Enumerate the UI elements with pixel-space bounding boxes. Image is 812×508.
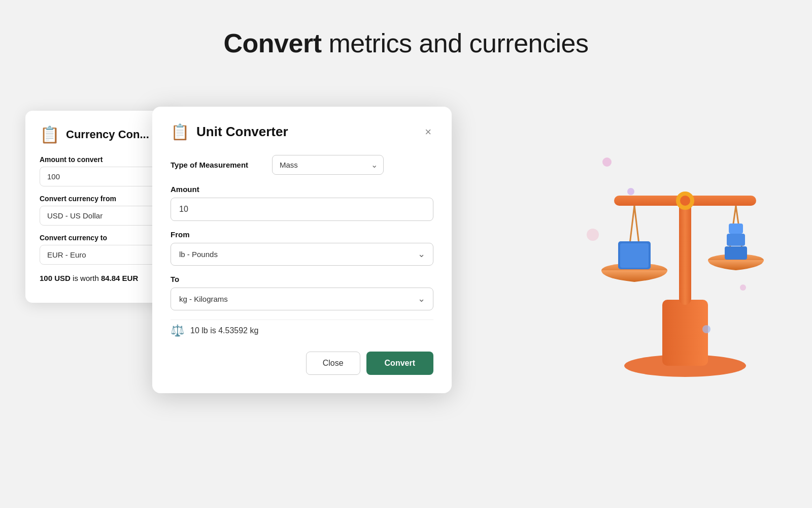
type-of-measurement-label: Type of Measurement: [171, 161, 272, 169]
amount-field: Amount: [171, 185, 433, 221]
svg-point-5: [680, 196, 690, 206]
decorative-dot-5: [740, 284, 746, 291]
from-field: From lb - Pounds kg - Kilograms g - Gram…: [171, 230, 433, 266]
decorative-dot-3: [587, 229, 599, 241]
svg-rect-16: [729, 224, 743, 234]
scale-result-icon: ⚖️: [171, 324, 184, 337]
type-of-measurement-row: Type of Measurement Mass Length Volume T…: [171, 155, 433, 175]
result-row: ⚖️ 10 lb is 4.53592 kg: [171, 320, 433, 337]
convert-button[interactable]: Convert: [366, 352, 433, 375]
unit-dialog-title: Unit Converter: [196, 124, 288, 140]
amount-to-convert-label: Amount to convert: [40, 155, 163, 164]
result-text: 10 lb is 4.53592 kg: [190, 326, 258, 335]
currency-card-icon: 📋: [40, 125, 60, 144]
decorative-dot-4: [702, 325, 710, 333]
decorative-dot-2: [627, 188, 634, 195]
from-label: From: [171, 230, 433, 239]
convert-from-label: Convert currency from: [40, 195, 163, 203]
scale-illustration: [589, 142, 782, 386]
to-label: To: [171, 275, 433, 283]
type-of-measurement-select[interactable]: Mass Length Volume Temperature Speed Are…: [272, 155, 384, 175]
currency-card-title: Currency Con...: [66, 128, 149, 141]
amount-input[interactable]: [171, 198, 433, 221]
convert-from-input[interactable]: [40, 206, 163, 226]
to-field: To kg - Kilograms lb - Pounds g - Grams …: [171, 275, 433, 310]
svg-rect-15: [727, 234, 745, 246]
currency-result: 100 USD is worth 84.84 EUR: [40, 274, 163, 282]
svg-rect-14: [725, 246, 747, 260]
close-button[interactable]: Close: [306, 352, 360, 375]
unit-converter-dialog: 📋 Unit Converter × Type of Measurement M…: [152, 107, 452, 393]
amount-label: Amount: [171, 185, 433, 194]
from-select[interactable]: lb - Pounds kg - Kilograms g - Grams oz …: [171, 243, 433, 266]
convert-to-input[interactable]: [40, 245, 163, 265]
dialog-close-x-button[interactable]: ×: [423, 124, 433, 140]
svg-rect-13: [620, 243, 649, 268]
convert-to-label: Convert currency to: [40, 234, 163, 242]
dialog-footer: Close Convert: [171, 352, 433, 375]
unit-dialog-icon: 📋: [171, 123, 189, 141]
decorative-dot-1: [602, 157, 612, 167]
amount-to-convert-input[interactable]: [40, 167, 163, 186]
svg-rect-1: [662, 300, 708, 366]
to-select[interactable]: kg - Kilograms lb - Pounds g - Grams oz …: [171, 288, 433, 310]
page-title: Convert metrics and currencies: [0, 0, 812, 58]
